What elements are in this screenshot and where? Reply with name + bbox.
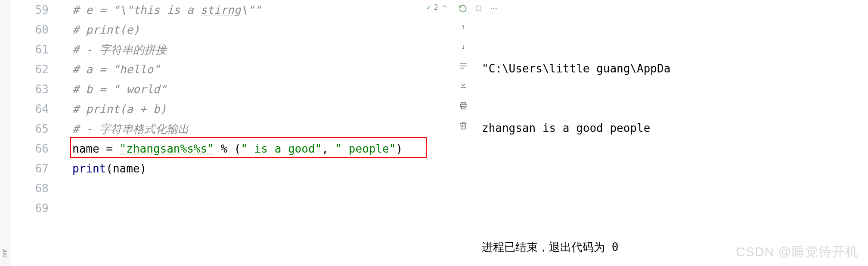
code-token: \""	[241, 3, 261, 16]
sidebar-label: onf	[1, 249, 8, 257]
svg-point-2	[493, 8, 495, 9]
stop-icon[interactable]	[474, 4, 483, 13]
scroll-to-end-icon[interactable]	[459, 81, 468, 91]
code-line[interactable]: # print(e)	[72, 20, 140, 40]
code-token: # print(a + b)	[72, 103, 167, 116]
code-line[interactable]: # print(a + b)	[72, 99, 167, 119]
console-output[interactable]: "C:\Users\little guang\AppDa zhangsan is…	[482, 19, 868, 266]
line-number[interactable]: 67	[23, 159, 49, 178]
scroll-down-icon[interactable]: ↓	[459, 41, 468, 51]
code-token: )	[396, 142, 403, 155]
line-number[interactable]: 60	[23, 20, 49, 40]
svg-rect-0	[476, 6, 480, 11]
console-path-line: "C:\Users\little guang\AppDa	[482, 59, 868, 78]
code-token: # print(e)	[72, 23, 140, 36]
code-token: # - 字符串的拼接	[72, 43, 167, 56]
code-line[interactable]: # - 字符串的拼接	[72, 40, 167, 59]
code-token: # e = "\"this is a	[72, 3, 200, 16]
line-number[interactable]: 61	[23, 40, 49, 59]
code-token: # - 字符串格式化输出	[72, 122, 189, 135]
code-token: # a = "hello"	[72, 63, 160, 76]
line-number[interactable]: 69	[23, 198, 49, 218]
code-token: % (	[214, 142, 241, 155]
line-number[interactable]: 65	[23, 119, 49, 139]
code-area[interactable]: # e = "\"this is a stirng\""# print(e)# …	[72, 0, 454, 266]
code-line[interactable]: # b = " world"	[72, 79, 167, 99]
code-line[interactable]: name = "zhangsan%s%s" % (" is a good", "…	[72, 139, 403, 159]
console-pane[interactable]: ↑ ↓ "C:\Users\little guang\AppDa zhangsa…	[454, 0, 868, 266]
editor-gutter[interactable]: 5960616263646566676869	[10, 0, 57, 266]
code-token: " is a good"	[241, 142, 322, 155]
code-line[interactable]: # e = "\"this is a stirng\""	[72, 0, 261, 20]
code-token: stirng	[200, 3, 241, 16]
exit-msg: 进程已结束，退出代码为	[482, 241, 612, 253]
line-number[interactable]: 62	[23, 59, 49, 79]
svg-point-3	[496, 8, 497, 9]
line-number[interactable]: 59	[23, 0, 49, 20]
console-side-toolbar: ↑ ↓	[459, 22, 468, 130]
code-token: =	[106, 142, 119, 155]
trash-icon[interactable]	[459, 121, 468, 130]
code-token: print	[72, 162, 106, 175]
console-blank-line	[482, 178, 868, 197]
exit-code: 0	[612, 241, 619, 253]
more-icon[interactable]	[490, 4, 498, 13]
code-line[interactable]: print(name)	[72, 159, 146, 178]
console-stdout-line: zhangsan is a good people	[482, 118, 868, 138]
soft-wrap-icon[interactable]	[459, 61, 468, 71]
code-token: "zhangsan%s%s"	[120, 142, 214, 155]
print-icon[interactable]	[459, 101, 468, 110]
code-token: (name)	[106, 162, 146, 175]
console-exit-line: 进程已结束，退出代码为 0	[482, 237, 868, 257]
console-header	[454, 0, 868, 17]
line-number[interactable]: 66	[23, 139, 49, 159]
code-token: # b = " world"	[72, 83, 167, 96]
code-line[interactable]: # a = "hello"	[72, 59, 160, 79]
rerun-icon[interactable]	[459, 4, 467, 13]
svg-point-1	[491, 8, 492, 9]
line-number[interactable]: 64	[23, 99, 49, 119]
line-number[interactable]: 63	[23, 79, 49, 99]
code-token: ,	[322, 142, 335, 155]
line-number[interactable]: 68	[23, 178, 49, 198]
editor-pane[interactable]: ✓ 2 5960616263646566676869 # e = "\"this…	[10, 0, 454, 266]
code-token: name	[72, 142, 106, 155]
scroll-up-icon[interactable]: ↑	[459, 22, 468, 31]
console-split: ↑ ↓ "C:\Users\little guang\AppDa zhangsa…	[454, 0, 868, 266]
code-line[interactable]: # - 字符串格式化输出	[72, 119, 189, 139]
left-tool-sidebar[interactable]: onf	[0, 0, 10, 266]
code-token: " people"	[335, 142, 396, 155]
